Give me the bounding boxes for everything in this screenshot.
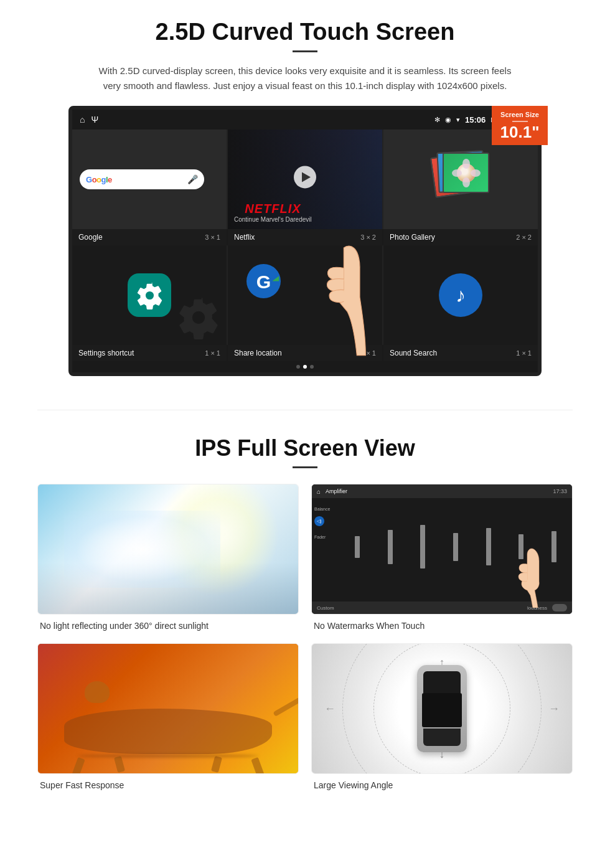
- amp-bar-5: [486, 528, 491, 565]
- amp-home-icon: ⌂: [317, 488, 321, 495]
- wifi-icon: ▾: [456, 116, 460, 124]
- amplifier-image: ⌂ Amplifier 17:33 Balance ◁) Fader: [312, 484, 572, 614]
- hand-pointing-svg: [307, 239, 395, 370]
- section1-description: With 2.5D curved-display screen, this de…: [93, 64, 517, 93]
- sound-size: 1 × 1: [516, 349, 532, 357]
- location-icon: ◉: [445, 116, 451, 124]
- netflix-logo-text: NETFLIX: [234, 202, 312, 216]
- device-wrapper: Screen Size 10.1" ⌂ Ψ ✻ ◉ ▾ 15:06 ⊡ ◁) ⊠: [68, 106, 542, 376]
- app-cell-share-location[interactable]: G: [228, 245, 382, 345]
- feature-label-amplifier: No Watermarks When Touch: [311, 621, 573, 631]
- amp-time: 17:33: [553, 488, 567, 494]
- sound-search-icon: ♪: [439, 273, 482, 317]
- sunlight-image: [38, 484, 298, 614]
- flower-image: [457, 164, 476, 182]
- amp-balance: Balance: [314, 507, 339, 511]
- feature-image-cheetah: [37, 643, 299, 774]
- cheetah-image: [38, 644, 298, 773]
- features-grid: No light reflecting under 360° direct su…: [37, 484, 573, 790]
- app-label-google: Google 3 × 1: [72, 229, 227, 245]
- car-windshield-rear: [423, 729, 461, 746]
- gallery-thumb-3: [443, 153, 489, 193]
- home-icon: ⌂: [80, 115, 85, 125]
- device-screen: ⌂ Ψ ✻ ◉ ▾ 15:06 ⊡ ◁) ⊠ ▭: [68, 106, 542, 376]
- bluetooth-icon: ✻: [434, 116, 440, 124]
- settings-icon-wrapper: [128, 273, 171, 317]
- feature-amplifier: ⌂ Amplifier 17:33 Balance ◁) Fader: [311, 484, 573, 631]
- sound-label: Sound Search: [390, 349, 437, 357]
- car-top-view: [417, 665, 467, 752]
- app-cell-sound-search[interactable]: ♪: [383, 245, 538, 345]
- amp-bar-3: [420, 525, 425, 568]
- pagination-dots: [72, 361, 538, 372]
- screen-size-value: 10.1": [498, 124, 542, 140]
- car-windshield-top: [423, 671, 461, 693]
- car-body: [417, 665, 467, 752]
- google-search-bar[interactable]: Google 🎤: [80, 169, 204, 189]
- amp-sidebar: Balance ◁) Fader: [314, 501, 339, 599]
- amp-hand-container: [510, 545, 553, 608]
- play-button[interactable]: [294, 166, 316, 188]
- amp-hand-svg: [510, 545, 553, 608]
- feature-image-amplifier: ⌂ Amplifier 17:33 Balance ◁) Fader: [311, 484, 573, 615]
- car-arrow-left: ←: [324, 702, 336, 715]
- share-cell-inner: G: [228, 245, 382, 345]
- netflix-cell-inner: NETFLIX Continue Marvel's Daredevil: [228, 130, 382, 229]
- google-cell-inner: Google 🎤: [72, 130, 227, 229]
- car-cabin: [422, 693, 462, 727]
- google-size: 3 × 1: [205, 234, 220, 241]
- feature-label-sunlight: No light reflecting under 360° direct su…: [37, 621, 299, 631]
- cheetah-head: [85, 681, 110, 703]
- gallery-stack: [433, 151, 489, 207]
- title-underline-1: [293, 50, 317, 52]
- screen-size-label: Screen Size: [498, 111, 542, 118]
- music-note-icon: ♪: [456, 284, 466, 307]
- feature-label-car: Large Viewing Angle: [311, 780, 573, 790]
- app-cell-google[interactable]: Google 🎤: [72, 130, 227, 229]
- section2-title: IPS Full Screen View: [37, 435, 573, 461]
- amp-bar-col-4: [440, 533, 471, 561]
- feature-image-car: ↑ ↓ → ←: [311, 643, 573, 774]
- amp-volume-btn: ◁): [314, 516, 324, 526]
- status-time: 15:06: [465, 115, 486, 125]
- dot-2: [303, 365, 307, 369]
- section1-title: 2.5D Curved Touch Screen: [37, 19, 573, 45]
- netflix-label: Netflix: [234, 233, 255, 242]
- netflix-subtitle: Continue Marvel's Daredevil: [234, 216, 312, 223]
- settings-cell-inner: [72, 245, 227, 345]
- amp-bar-col-3: [407, 525, 438, 568]
- screen-size-divider: [512, 121, 528, 122]
- app-labels-row1: Google 3 × 1 Netflix 3 × 2 Photo Gallery…: [72, 229, 538, 245]
- car-arrow-right: →: [548, 702, 560, 715]
- title-underline-2: [293, 466, 317, 468]
- sound-cell-inner: ♪: [383, 245, 538, 345]
- settings-size: 1 × 1: [205, 349, 220, 357]
- app-grid-row2: G: [72, 245, 538, 345]
- amp-header: ⌂ Amplifier 17:33: [312, 484, 572, 498]
- app-label-gallery: Photo Gallery 2 × 2: [383, 229, 538, 245]
- status-bar-left: ⌂ Ψ: [80, 115, 98, 125]
- feature-car: ↑ ↓ → ← Large Viewing Angle: [311, 643, 573, 790]
- feature-image-sunlight: [37, 484, 299, 615]
- hand-pointing-container: [307, 239, 395, 364]
- feature-sunlight: No light reflecting under 360° direct su…: [37, 484, 299, 631]
- amp-title: Amplifier: [326, 488, 347, 494]
- maps-g-icon-wrapper: G: [246, 264, 281, 301]
- section-ips-full-screen: IPS Full Screen View No light reflecting…: [0, 429, 610, 809]
- app-grid-row1: Google 🎤 NE: [72, 130, 538, 229]
- amp-loudness-toggle[interactable]: [552, 604, 567, 611]
- section-divider: [37, 410, 573, 410]
- app-label-settings: Settings shortcut 1 × 1: [72, 345, 227, 361]
- app-cell-netflix[interactable]: NETFLIX Continue Marvel's Daredevil: [228, 130, 382, 229]
- amp-fader: Fader: [314, 535, 339, 539]
- gallery-size: 2 × 2: [516, 234, 532, 241]
- google-label: Google: [78, 233, 103, 242]
- feature-label-cheetah: Super Fast Response: [37, 780, 299, 790]
- svg-text:G: G: [256, 271, 271, 292]
- shadow-gear-icon: [177, 296, 220, 339]
- settings-gear-icon: [136, 281, 164, 309]
- amp-bar-col-5: [473, 528, 504, 565]
- status-bar: ⌂ Ψ ✻ ◉ ▾ 15:06 ⊡ ◁) ⊠ ▭: [72, 110, 538, 130]
- app-cell-settings[interactable]: [72, 245, 227, 345]
- amp-bar-col-2: [375, 530, 406, 564]
